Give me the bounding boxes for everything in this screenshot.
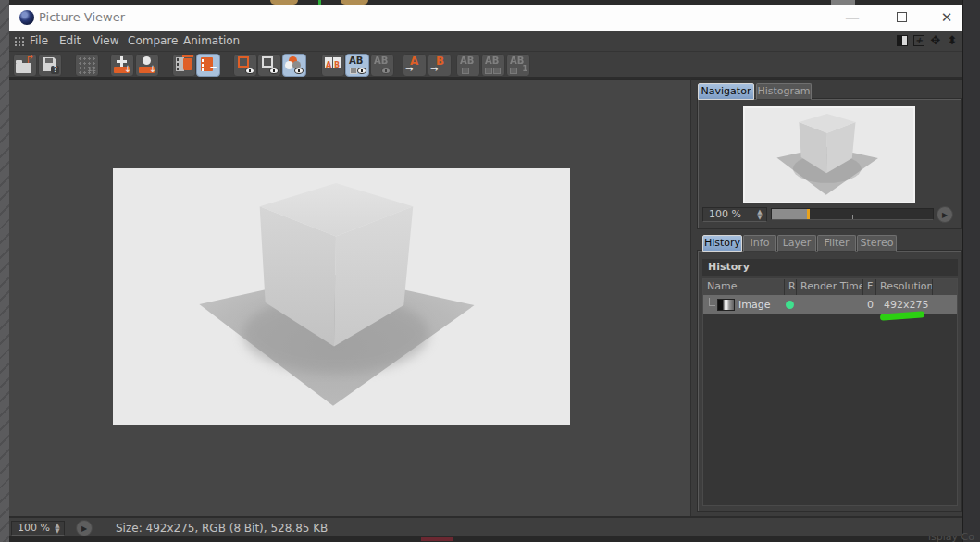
maximize-icon [897,12,907,22]
ab-overlay-view-button[interactable]: AB [370,54,394,77]
navigator-zoom-field[interactable]: 100 % ▲▼ [702,207,767,222]
tab-navigator[interactable]: Navigator [698,83,754,100]
column-render-time[interactable]: Render Time [797,279,863,295]
close-button[interactable]: ✕ [933,5,961,30]
toolbar: ↱ ? 12 ↓ ↓ − [9,52,962,79]
image-viewport[interactable] [9,79,690,516]
column-r[interactable]: R [785,279,797,295]
window-title: Picture Viewer [39,10,125,24]
navigator-panel: 100 % ▲▼ ▶ [698,99,961,228]
sync-ab-button[interactable]: AB1 [506,54,530,77]
navigator-thumbnail[interactable] [743,106,915,203]
spinner-icon[interactable]: ▲▼ [755,209,764,220]
tab-info[interactable]: Info [743,235,776,252]
tab-history[interactable]: History [702,235,742,252]
column-name[interactable]: Name [703,279,785,295]
layout-grid-button[interactable]: 12 [75,54,99,77]
menu-view[interactable]: View [93,34,118,47]
new-panel-icon[interactable]: + [912,33,925,47]
background-app-bottom-edge: isplay Co [9,536,962,542]
ab-side-by-side-button[interactable]: AB [321,54,345,77]
dock-controls: + ✥ ⬍ [896,33,959,47]
title-bar[interactable]: Picture Viewer — ✕ [9,5,962,31]
maximize-button[interactable] [887,5,915,30]
statusbar-zoom-field[interactable]: 100 % ▲▼ [11,521,65,536]
image-name: Image [738,299,770,311]
picture-viewer-window: Picture Viewer — ✕ File Edit View Compar… [9,5,962,536]
menu-grip-icon[interactable] [14,36,26,46]
fullscreen-b-button[interactable] [257,54,281,77]
menu-compare[interactable]: Compare [128,34,178,47]
resize-panel-icon[interactable]: ⬍ [946,33,959,47]
menu-file[interactable]: File [30,34,48,47]
slider-fill [772,209,807,219]
tab-histogram[interactable]: Histogram [756,83,812,100]
navigator-zoom-value: 100 % [709,208,741,220]
rendered-image[interactable] [113,168,570,425]
frame-number: 0 [867,299,874,311]
history-panel: History Name R Render Time F Resolution … [698,251,961,511]
column-resolution[interactable]: Resolution [876,279,933,295]
status-bar: 100 % ▲▼ ▶ Size: 492x275, RGB (8 Bit), 5… [9,516,962,536]
column-extra [933,279,957,295]
statusbar-options-button[interactable]: ▶ [76,520,93,536]
background-attribute-panel-edge: Ed ent oord erties · · · · in B in F lor [962,0,980,542]
save-image-button[interactable]: ? [38,54,62,77]
fullscreen-a-button[interactable] [233,54,257,77]
link-ab-button[interactable]: AB [481,54,505,77]
image-thumbnail-icon [717,299,735,311]
save-all-frames-button[interactable]: ↓ [110,54,134,77]
tab-filter[interactable]: Filter [817,235,856,252]
menu-edit[interactable]: Edit [59,34,81,47]
channels-view-button[interactable] [282,54,306,77]
slider-handle[interactable] [807,209,810,219]
cinema4d-app-icon [19,10,34,25]
tab-layer[interactable]: Layer [777,235,816,252]
save-single-frame-button[interactable]: ↓ [135,54,159,77]
navigator-zoom-slider[interactable] [771,208,934,220]
history-section-title: History [702,259,958,276]
column-f[interactable]: F [863,279,876,295]
history-table-header: Name R Render Time F Resolution [703,279,957,295]
background-app-left-edge [0,0,9,542]
side-panel: Navigator Histogram 100 % ▲▼ [690,79,962,516]
swap-ab-button[interactable]: AB [456,54,480,77]
render-status-dot [786,301,794,309]
statusbar-zoom-value: 100 % [18,522,50,534]
set-as-b-button[interactable]: B→ [428,54,452,77]
open-image-button[interactable]: ↱ [13,54,37,77]
screen: isplay Co Ed ent oord erties · · · · in … [0,0,980,542]
ab-compare-view-button[interactable]: AB [345,54,369,77]
background-shape [421,537,453,541]
slider-center-tick [852,215,853,219]
tree-branch-icon [709,298,715,306]
menu-bar: File Edit View Compare Animation + ✥ ⬍ [9,31,962,52]
set-as-a-button[interactable]: A→ [403,54,427,77]
image-size-info: Size: 492x275, RGB (8 Bit), 528.85 KB [116,522,328,535]
resolution-value: 492x275 [884,299,929,311]
move-panel-icon[interactable]: ✥ [929,33,942,47]
split-layout-icon[interactable] [896,33,909,47]
delete-image-button[interactable] [172,54,196,77]
remove-from-list-button[interactable]: − [196,54,220,77]
navigator-options-button[interactable]: ▶ [937,206,953,223]
tab-stereo[interactable]: Stereo [857,235,897,252]
minimize-button[interactable]: — [838,5,866,30]
spinner-icon[interactable]: ▲▼ [53,523,62,534]
menu-animation[interactable]: Animation [183,34,240,47]
